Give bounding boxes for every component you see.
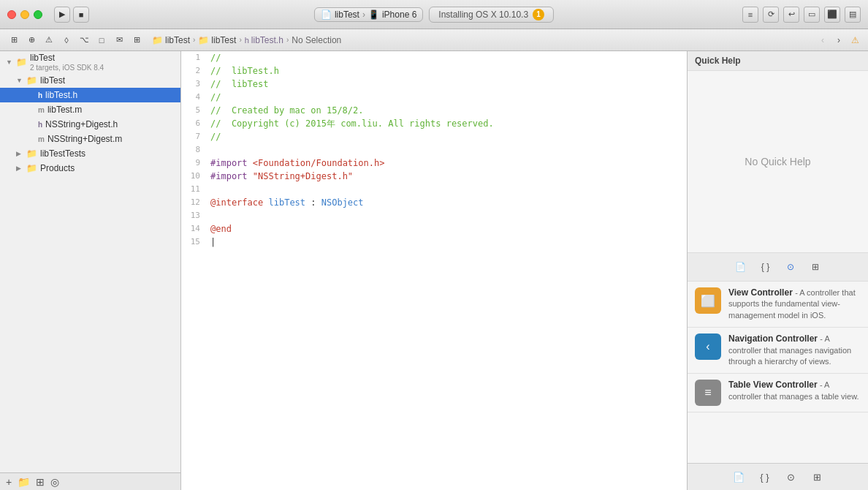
code-line-11: 11 bbox=[181, 183, 687, 196]
folder-icon-1: 📁 bbox=[152, 35, 163, 45]
library-item-tablecontroller[interactable]: ≡ Table View Controller - A controller t… bbox=[688, 374, 868, 412]
file-tree: ▼ 📁 libTest 2 targets, iOS SDK 8.4 ▼ 📁 l… bbox=[0, 51, 180, 472]
circle-view-button[interactable]: ◎ bbox=[50, 476, 59, 488]
file-icon: h bbox=[245, 36, 249, 45]
split-panel-button[interactable]: ⬛ bbox=[824, 7, 840, 23]
triple-panel-button[interactable]: ▤ bbox=[845, 7, 861, 23]
close-button[interactable] bbox=[7, 10, 16, 19]
project-root[interactable]: ▼ 📁 libTest 2 targets, iOS SDK 8.4 bbox=[0, 51, 180, 73]
breadcrumb-item-4[interactable]: No Selection bbox=[292, 35, 341, 45]
warning-nav-button[interactable]: ⚠ bbox=[848, 33, 862, 48]
back-button[interactable]: ↩ bbox=[783, 7, 799, 23]
tablecontroller-symbol: ≡ bbox=[704, 386, 711, 399]
code-line-12: 12 @interface libTest : NSObject bbox=[181, 196, 687, 209]
doc-icon[interactable]: 📄 bbox=[733, 259, 749, 275]
tests-folder-icon: 📁 bbox=[26, 148, 37, 159]
back-nav-button[interactable]: ‹ bbox=[815, 33, 830, 48]
tablecontroller-text: Table View Controller - A controller tha… bbox=[728, 380, 861, 402]
code-line-7: 7 // bbox=[181, 130, 687, 143]
library-item-viewcontroller[interactable]: ⬜ View Controller - A controller that su… bbox=[688, 282, 868, 328]
status-indicator: Installing OS X 10.10.3 1 bbox=[429, 7, 554, 23]
tests-group-name: libTestTests bbox=[40, 148, 85, 159]
code-line-5: 5 // Created by mac on 15/8/2. bbox=[181, 104, 687, 117]
minimize-button[interactable] bbox=[20, 10, 29, 19]
breadcrumb-sep-1: › bbox=[193, 36, 195, 44]
scheme-icon: 📄 bbox=[321, 10, 332, 20]
filename-nsstring-h: NSString+Digest.h bbox=[45, 119, 118, 129]
library-item-navcontroller[interactable]: ‹ Navigation Controller - A controller t… bbox=[688, 328, 868, 374]
main-content: ▼ 📁 libTest 2 targets, iOS SDK 8.4 ▼ 📁 l… bbox=[0, 51, 868, 490]
note-button[interactable]: ✉ bbox=[111, 32, 127, 48]
qh-doc-button[interactable]: 📄 bbox=[730, 468, 747, 486]
file-nsstring-digest-m[interactable]: m NSString+Digest.m bbox=[0, 132, 180, 146]
file-nsstring-digest-h[interactable]: h NSString+Digest.h bbox=[0, 117, 180, 132]
forward-nav-button[interactable]: › bbox=[831, 33, 846, 48]
tablecontroller-icon: ≡ bbox=[695, 380, 721, 406]
sidebar-toggle-button[interactable]: ⊞ bbox=[6, 32, 22, 48]
qh-grid-button[interactable]: ⊞ bbox=[809, 468, 826, 486]
device-name: iPhone 6 bbox=[382, 10, 416, 20]
expand-icon-4: ▶ bbox=[16, 165, 26, 172]
hamburger-button[interactable]: ≡ bbox=[742, 7, 758, 23]
scheme-selector[interactable]: 📄 libTest › 📱 iPhone 6 bbox=[314, 7, 423, 22]
play-button[interactable]: ▶ bbox=[54, 7, 70, 23]
breadcrumb-sep-2: › bbox=[239, 36, 241, 44]
warning-badge: 1 bbox=[533, 9, 544, 20]
filename-libtest-m: libTest.m bbox=[47, 105, 82, 115]
breadcrumb-item-1[interactable]: 📁 libTest bbox=[152, 35, 190, 45]
nsstring-m-icon: m bbox=[38, 135, 45, 143]
expand-icon-2: ▼ bbox=[16, 77, 26, 84]
maximize-button[interactable] bbox=[34, 10, 42, 19]
qh-braces-button[interactable]: { } bbox=[756, 468, 774, 486]
branch-button[interactable]: ⌥ bbox=[76, 32, 92, 48]
code-line-15: 15 bbox=[181, 235, 687, 249]
project-name: libTest bbox=[30, 53, 104, 63]
code-line-4: 4 // bbox=[181, 91, 687, 104]
scheme-name: libTest bbox=[335, 10, 359, 20]
warning-button[interactable]: ⚠ bbox=[41, 32, 57, 48]
quick-help-empty-text: No Quick Help bbox=[745, 156, 810, 167]
project-subtitle: 2 targets, iOS SDK 8.4 bbox=[30, 64, 104, 72]
group-folder-icon: 📁 bbox=[26, 75, 37, 86]
folder-view-button[interactable]: 📁 bbox=[18, 476, 30, 488]
h-file-icon: h bbox=[38, 91, 42, 99]
code-editor[interactable]: 1 // 2 // libTest.h 3 // libTest 4 // 5 … bbox=[181, 51, 687, 490]
title-bar-right: ≡ ⟳ ↩ ▭ ⬛ ▤ bbox=[742, 7, 861, 23]
add-file-button[interactable]: + bbox=[6, 476, 12, 488]
quick-help-title: Quick Help bbox=[695, 56, 741, 66]
products-group-name: Products bbox=[40, 163, 75, 173]
title-bar-center: 📄 libTest › 📱 iPhone 6 Installing OS X 1… bbox=[314, 7, 554, 23]
code-line-1: 1 // bbox=[181, 51, 687, 64]
quick-help-bottom-bar: 📄 { } ⊙ ⊞ bbox=[688, 463, 868, 490]
search-button[interactable]: ⊕ bbox=[23, 32, 39, 48]
m-file-icon: m bbox=[38, 106, 45, 114]
code-line-3: 3 // libTest bbox=[181, 78, 687, 91]
breadcrumb-label-3: libTest.h bbox=[251, 35, 283, 45]
grid2-button[interactable]: ⊞ bbox=[129, 32, 145, 48]
circle-arrow-icon[interactable]: ⊙ bbox=[783, 259, 799, 275]
refresh-button[interactable]: ⟳ bbox=[763, 7, 779, 23]
group-libtesttests[interactable]: ▶ 📁 libTestTests bbox=[0, 146, 180, 161]
braces-icon[interactable]: { } bbox=[758, 259, 774, 275]
warning-count: 1 bbox=[536, 10, 541, 18]
qh-circle-button[interactable]: ⊙ bbox=[783, 468, 800, 486]
stop-button[interactable]: ■ bbox=[73, 7, 89, 23]
breadcrumb-item-3[interactable]: h libTest.h bbox=[245, 35, 283, 45]
project-info: libTest 2 targets, iOS SDK 8.4 bbox=[30, 53, 104, 72]
group-libtest[interactable]: ▼ 📁 libTest bbox=[0, 73, 180, 88]
git-button[interactable]: ◊ bbox=[58, 32, 75, 48]
device-icon: 📱 bbox=[368, 10, 379, 20]
code-line-2: 2 // libTest.h bbox=[181, 64, 687, 78]
filename-nsstring-m: NSString+Digest.m bbox=[47, 134, 122, 144]
rect-button[interactable]: □ bbox=[94, 32, 110, 48]
group-products[interactable]: ▶ 📁 Products bbox=[0, 161, 180, 176]
grid-icon[interactable]: ⊞ bbox=[807, 259, 823, 275]
grid-view-button[interactable]: ⊞ bbox=[36, 476, 45, 488]
file-libtest-h[interactable]: h libTest.h bbox=[0, 88, 180, 102]
products-folder-icon: 📁 bbox=[26, 163, 37, 173]
breadcrumb-item-2[interactable]: 📁 libTest bbox=[198, 35, 236, 45]
navcontroller-symbol: ‹ bbox=[706, 340, 709, 353]
file-libtest-m[interactable]: m libTest.m bbox=[0, 102, 180, 117]
viewcontroller-text: View Controller - A controller that supp… bbox=[728, 287, 861, 321]
single-panel-button[interactable]: ▭ bbox=[804, 7, 820, 23]
